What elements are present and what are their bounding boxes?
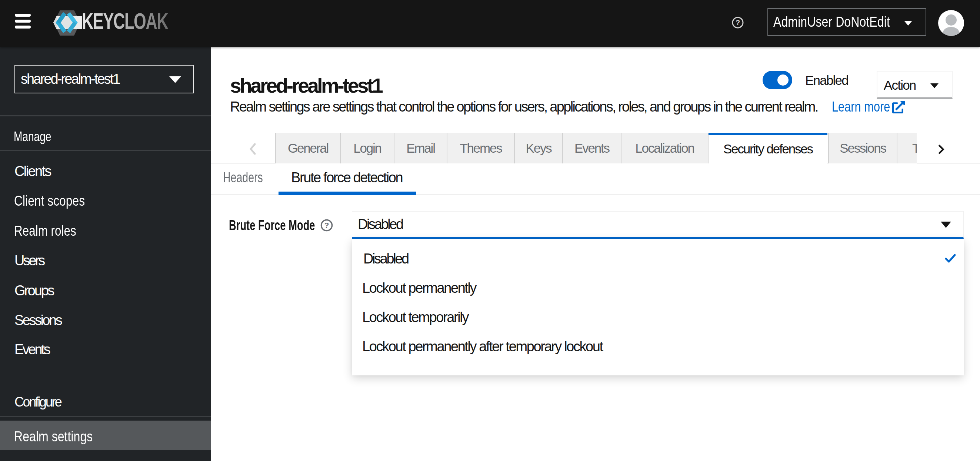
svg-text:?: ? [735,19,740,27]
svg-text:?: ? [325,221,329,230]
